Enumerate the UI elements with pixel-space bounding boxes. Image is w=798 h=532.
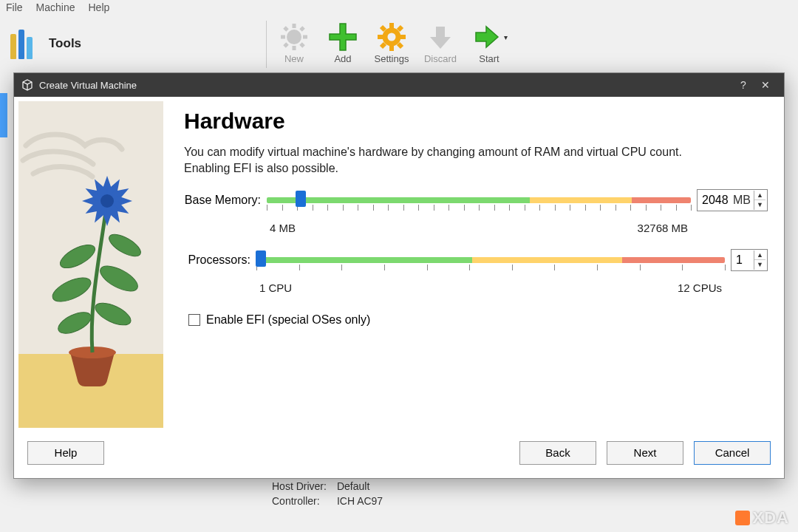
toolbar-new-button[interactable]: New [271, 21, 317, 64]
tools-pane[interactable]: Tools [10, 21, 262, 59]
wizard-illustration [18, 101, 163, 428]
start-arrow-icon [471, 22, 501, 52]
tools-icon [10, 28, 41, 59]
watermark: XDA [735, 508, 789, 528]
spin-up-icon[interactable]: ▲ [754, 250, 765, 260]
main-toolbar: Tools New Add Settings Discard ▾ Start [0, 16, 798, 72]
back-button[interactable]: Back [519, 441, 596, 465]
svg-point-9 [385, 30, 398, 44]
svg-point-39 [100, 194, 114, 208]
tools-label: Tools [49, 36, 81, 51]
dialog-close-icon[interactable]: ✕ [754, 79, 777, 91]
svg-line-6 [301, 44, 304, 47]
toolbar-add-button[interactable]: Add [320, 21, 366, 64]
dialog-buttonbar: Help Back Next Cancel [14, 431, 784, 474]
toolbar-discard-button[interactable]: Discard [417, 21, 463, 64]
cube-icon [21, 79, 33, 91]
spin-up-icon[interactable]: ▲ [754, 191, 765, 200]
gear-icon [376, 21, 407, 52]
menu-help[interactable]: Help [88, 1, 109, 15]
checkbox-icon[interactable] [188, 314, 200, 326]
host-driver-value: Default [332, 480, 387, 493]
create-vm-dialog: Create Virtual Machine ? ✕ [13, 72, 785, 479]
help-button[interactable]: Help [27, 441, 104, 465]
processors-slider[interactable] [256, 257, 725, 263]
toolbar-separator [266, 21, 267, 68]
processors-max: 12 CPUs [678, 282, 722, 294]
processors-label: Processors: [184, 253, 250, 267]
svg-line-8 [284, 44, 287, 47]
page-heading: Hardware [184, 109, 768, 134]
controller-label: Controller: [267, 494, 331, 508]
host-driver-label: Host Driver: [267, 480, 331, 493]
svg-line-15 [398, 44, 402, 47]
menu-machine[interactable]: Machine [36, 1, 75, 15]
processors-thumb[interactable] [256, 250, 266, 267]
page-description: You can modify virtual machine's hardwar… [184, 144, 716, 176]
sun-icon [279, 22, 309, 52]
base-memory-label: Base Memory: [184, 194, 261, 207]
svg-line-17 [381, 44, 385, 47]
base-memory-min: 4 MB [270, 222, 296, 234]
sidebar-selection [0, 93, 7, 137]
svg-point-0 [287, 30, 301, 44]
processors-spinbox[interactable]: 1 ▲▼ [731, 249, 768, 271]
plus-icon [327, 21, 359, 53]
svg-line-5 [284, 27, 287, 30]
dropdown-caret-icon: ▾ [504, 33, 508, 41]
dialog-titlebar[interactable]: Create Virtual Machine ? ✕ [14, 73, 784, 97]
spin-down-icon[interactable]: ▼ [754, 260, 765, 270]
enable-efi-checkbox[interactable]: Enable EFI (special OSes only) [188, 313, 768, 327]
controller-value: ICH AC97 [332, 494, 387, 508]
dialog-help-icon[interactable]: ? [732, 79, 754, 91]
base-memory-slider[interactable] [267, 197, 691, 203]
base-memory-spinbox[interactable]: 2048 MB ▲▼ [697, 189, 768, 211]
main-menubar: File Machine Help [0, 0, 798, 16]
toolbar-settings-button[interactable]: Settings [369, 21, 415, 64]
down-arrow-icon [426, 22, 455, 52]
svg-line-14 [381, 27, 385, 30]
toolbar-start-button[interactable]: ▾ Start [466, 21, 512, 64]
spin-down-icon[interactable]: ▼ [754, 200, 765, 210]
next-button[interactable]: Next [607, 441, 683, 465]
svg-line-16 [398, 27, 402, 30]
base-memory-max: 32768 MB [638, 222, 688, 234]
cancel-button[interactable]: Cancel [694, 441, 771, 465]
base-memory-thumb[interactable] [296, 191, 306, 207]
menu-file[interactable]: File [6, 1, 23, 15]
processors-min: 1 CPU [259, 282, 292, 294]
dialog-title: Create Virtual Machine [39, 80, 137, 91]
svg-line-7 [301, 27, 304, 30]
